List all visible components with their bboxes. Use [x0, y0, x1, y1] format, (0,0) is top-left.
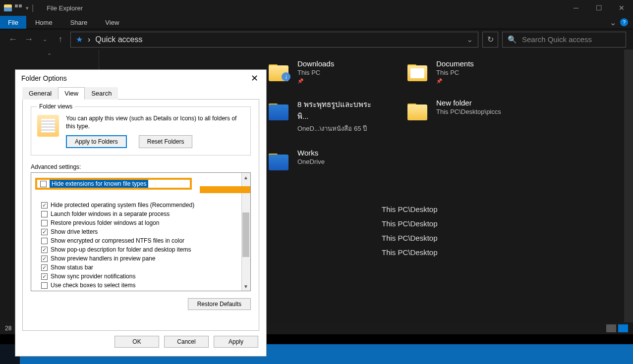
setting-row[interactable]: Restore previous folder windows at logon [41, 218, 250, 227]
setting-row[interactable]: Use check boxes to select items [41, 281, 250, 290]
tab-search[interactable]: Search [85, 87, 118, 100]
folder-icon [268, 149, 291, 172]
minimize-button[interactable]: ─ [565, 0, 587, 16]
back-button[interactable]: ← [7, 34, 19, 46]
recent-item[interactable]: This PC\Desktop [382, 245, 633, 260]
item-count: 28 [5, 325, 11, 332]
folder-item[interactable]: New folder This PC\Desktop\piccs [406, 99, 520, 134]
setting-row[interactable]: Show status bar [41, 263, 250, 272]
forward-button[interactable]: → [23, 34, 35, 46]
recent-item[interactable]: This PC\Desktop [382, 216, 633, 231]
folder-location: This PC [297, 69, 334, 76]
callout-arrow [200, 178, 251, 203]
folder-icon [268, 99, 291, 122]
scroll-down-icon[interactable]: ▼ [241, 282, 250, 291]
setting-row[interactable]: Show drive letters [41, 227, 250, 236]
setting-row[interactable]: Show sync provider notifications [41, 272, 250, 281]
recent-dropdown[interactable]: ⌄ [39, 34, 51, 46]
advanced-settings-label: Advanced settings: [31, 163, 251, 170]
setting-label: Show preview handlers in preview pane [51, 254, 155, 263]
setting-label: Show sync provider notifications [51, 272, 135, 281]
folder-name: Works [297, 149, 325, 157]
tab-general[interactable]: General [22, 87, 58, 100]
folder-item[interactable]: ↓ Downloads This PC 📌 [268, 59, 382, 84]
address-chevron: › [88, 35, 90, 44]
ribbon-home-tab[interactable]: Home [26, 19, 61, 26]
search-box[interactable]: 🔍 Search Quick access [502, 32, 626, 48]
up-button[interactable]: ↑ [55, 34, 66, 46]
ribbon-view-tab[interactable]: View [96, 19, 128, 26]
apply-to-folders-button[interactable]: Apply to Folders [66, 135, 127, 148]
folder-name: Documents [436, 59, 474, 68]
highlighted-setting[interactable]: Hide extensions for known file types [35, 178, 192, 190]
quick-access-small-icon[interactable] [15, 4, 23, 11]
navbar: ← → ⌄ ↑ ★ › Quick access ⌄ ↻ 🔍 Search Qu… [0, 29, 633, 50]
setting-label: Launch folder windows in a separate proc… [51, 209, 170, 218]
apply-button[interactable]: Apply [214, 336, 258, 348]
quick-access-star-icon: ★ [76, 35, 83, 44]
folder-item[interactable]: Works OneDrive [268, 149, 382, 172]
dialog-close-button[interactable]: ✕ [248, 73, 260, 84]
setting-label: Restore previous folder windows at logon [51, 218, 159, 227]
cancel-button[interactable]: Cancel [164, 336, 209, 348]
setting-checkbox[interactable] [41, 229, 48, 235]
qa-dropdown-icon[interactable]: ▾ [26, 5, 29, 11]
setting-label: Hide protected operating system files (R… [51, 201, 194, 209]
pin-icon: 📌 [436, 78, 474, 84]
setting-checkbox[interactable] [41, 202, 48, 208]
address-text: Quick access [95, 35, 142, 44]
folder-item[interactable]: 8 พระพุทธรูปและบพระพิ... OneD...\งานหนัง… [268, 99, 382, 134]
setting-checkbox[interactable] [41, 238, 48, 244]
folder-options-dialog: Folder Options ✕ General View Search Fol… [15, 69, 267, 357]
help-icon[interactable]: ? [620, 18, 628, 26]
tab-view[interactable]: View [58, 87, 85, 100]
folder-location: This PC [436, 69, 474, 76]
details-view-icon[interactable] [606, 324, 616, 332]
setting-label: Use check boxes to select items [51, 281, 135, 290]
restore-defaults-button[interactable]: Restore Defaults [188, 298, 251, 310]
setting-row[interactable]: Show encrypted or compressed NTFS files … [41, 236, 250, 245]
maximize-button[interactable]: ☐ [587, 0, 610, 16]
folder-name: New folder [436, 99, 501, 107]
content-scrollbar[interactable] [624, 50, 633, 334]
setting-row[interactable]: Show pop-up description for folder and d… [41, 245, 250, 254]
reset-folders-button[interactable]: Reset Folders [139, 135, 193, 148]
pin-icon: 📌 [297, 78, 334, 84]
setting-checkbox[interactable] [41, 282, 48, 289]
scroll-thumb[interactable] [242, 212, 249, 257]
advanced-settings-listbox[interactable]: Hide extensions for known file types Hid… [31, 172, 251, 291]
close-button[interactable]: ✕ [610, 0, 633, 16]
setting-label: Show status bar [51, 263, 93, 272]
address-bar[interactable]: ★ › Quick access ⌄ [70, 32, 478, 48]
refresh-button[interactable]: ↻ [482, 32, 498, 48]
hide-extensions-checkbox[interactable] [40, 181, 47, 187]
ribbon-file-tab[interactable]: File [0, 16, 26, 29]
search-placeholder: Search Quick access [522, 35, 592, 44]
setting-checkbox[interactable] [41, 273, 48, 280]
folder-location: This PC\Desktop\piccs [436, 108, 501, 115]
ok-button[interactable]: OK [115, 336, 159, 348]
setting-row[interactable]: Show preview handlers in preview pane [41, 254, 250, 263]
ribbon: File Home Share View ⌄ ? [0, 16, 633, 29]
folder-views-icon [37, 115, 59, 137]
folder-item[interactable]: Documents This PC 📌 [406, 59, 520, 84]
setting-checkbox[interactable] [41, 211, 48, 217]
setting-checkbox[interactable] [41, 220, 48, 226]
window-title: File Explorer [47, 4, 83, 12]
large-icons-view-icon[interactable] [618, 324, 628, 332]
search-icon: 🔍 [508, 35, 517, 44]
setting-checkbox[interactable] [41, 256, 48, 262]
folder-icon [406, 59, 430, 83]
setting-checkbox[interactable] [41, 264, 48, 271]
address-dropdown-icon[interactable]: ⌄ [466, 35, 473, 44]
titlebar: ▾ | File Explorer ─ ☐ ✕ [0, 0, 633, 16]
folder-icon: ↓ [268, 59, 291, 83]
ribbon-share-tab[interactable]: Share [61, 19, 97, 26]
recent-item[interactable]: This PC\Desktop [382, 231, 633, 245]
setting-checkbox[interactable] [41, 247, 48, 253]
setting-row[interactable]: Launch folder windows in a separate proc… [41, 209, 250, 218]
sidebar-scroll-up[interactable]: ⌃ [0, 50, 99, 61]
dialog-title: Folder Options [21, 74, 67, 82]
recent-item[interactable]: This PC\Desktop [382, 202, 633, 216]
ribbon-expand-icon[interactable]: ⌄ [610, 18, 616, 27]
